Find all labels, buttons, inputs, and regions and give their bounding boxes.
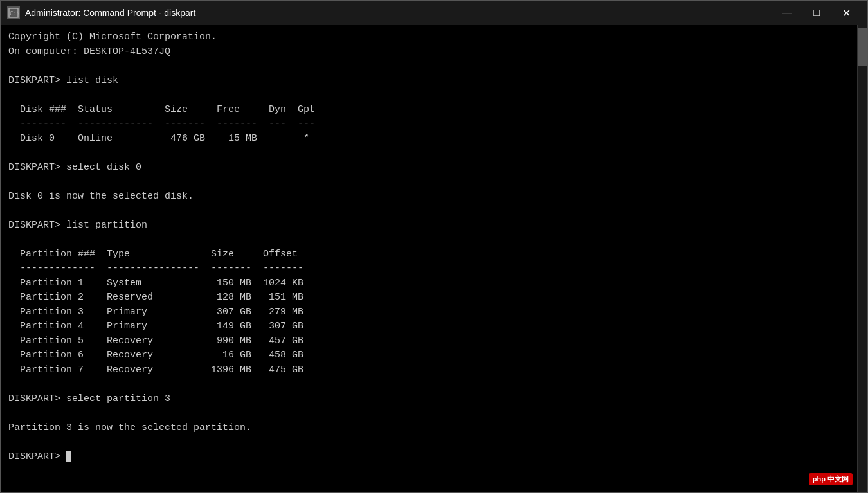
part5: Partition 5 Recovery 990 MB 457 GB (8, 336, 303, 346)
cmd1: DISKPART> list disk (8, 75, 118, 86)
disk-selected: Disk 0 is now the selected disk. (8, 191, 194, 202)
close-button[interactable]: ✕ (831, 1, 861, 25)
computer-line: On computer: DESKTOP-4L537JQ (8, 46, 170, 57)
final-prompt: DISKPART> (8, 451, 66, 462)
part-selected: Partition 3 is now the selected partitio… (8, 422, 251, 433)
php-badge: php 中文网 (809, 473, 853, 485)
terminal-output[interactable]: Copyright (C) Microsoft Corporation. On … (1, 25, 857, 492)
part2: Partition 2 Reserved 128 MB 151 MB (8, 292, 303, 303)
disk0: Disk 0 Online 476 GB 15 MB * (8, 133, 309, 144)
part7: Partition 7 Recovery 1396 MB 475 GB (8, 364, 303, 375)
scrollbar[interactable] (857, 25, 867, 492)
window-icon: C:\ (7, 6, 20, 19)
scrollbar-thumb[interactable] (858, 28, 867, 66)
window-controls: — □ ✕ (772, 1, 861, 25)
minimize-button[interactable]: — (772, 1, 802, 25)
command-prompt-window: C:\ Administrator: Command Prompt - disk… (0, 0, 868, 493)
part3: Partition 3 Primary 307 GB 279 MB (8, 307, 303, 318)
part-header: Partition ### Type Size Offset (8, 249, 298, 260)
cmd3: DISKPART> list partition (8, 220, 147, 231)
disk-sep: -------- ------------- ------- ------- -… (8, 118, 315, 129)
maximize-button[interactable]: □ (802, 1, 831, 25)
cmd4-command: select partition 3 (66, 393, 170, 404)
part6: Partition 6 Recovery 16 GB 458 GB (8, 350, 303, 361)
window-title: Administrator: Command Prompt - diskpart (25, 8, 772, 18)
cursor (66, 451, 71, 462)
part-sep: ------------- ---------------- ------- -… (8, 263, 303, 274)
content-area: Copyright (C) Microsoft Corporation. On … (1, 25, 867, 492)
cmd2: DISKPART> select disk 0 (8, 162, 141, 173)
part1: Partition 1 System 150 MB 1024 KB (8, 278, 303, 289)
copyright-line: Copyright (C) Microsoft Corporation. (8, 31, 217, 42)
title-bar: C:\ Administrator: Command Prompt - disk… (1, 1, 867, 25)
disk-header: Disk ### Status Size Free Dyn Gpt (8, 104, 315, 115)
part4: Partition 4 Primary 149 GB 307 GB (8, 321, 303, 332)
cmd4-prefix: DISKPART> (8, 393, 66, 404)
svg-text:C:\: C:\ (10, 10, 19, 17)
